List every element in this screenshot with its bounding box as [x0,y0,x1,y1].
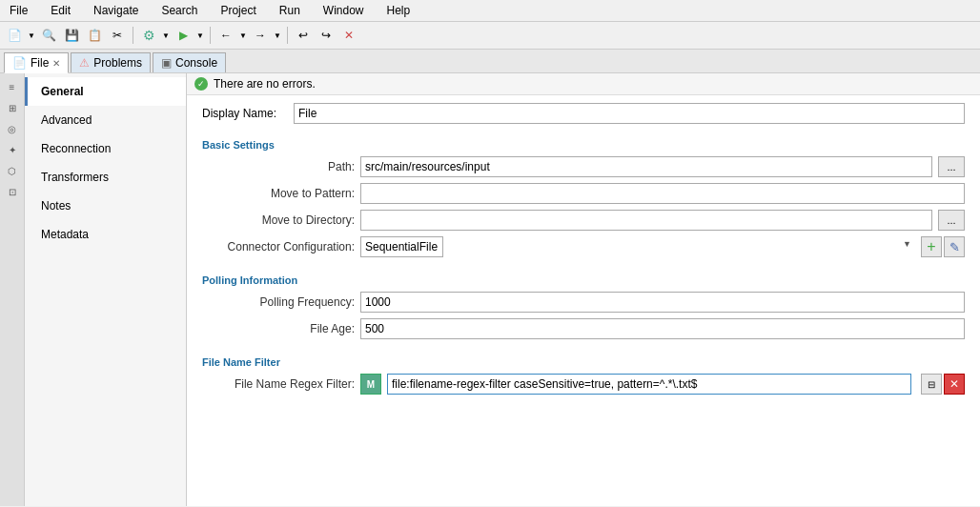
back-dropdown[interactable]: ▼ [238,25,248,46]
sidebar: General Advanced Reconnection Transforme… [25,73,187,506]
tab-problems-label: Problems [93,56,142,70]
main-content: ≡ ⊞ ◎ ✦ ⬡ ⊡ General Advanced Reconnectio… [0,73,980,506]
forward-dropdown[interactable]: ▼ [273,25,282,46]
sidebar-item-metadata[interactable]: Metadata [25,220,186,249]
icon-bar-btn-4[interactable]: ✦ [3,140,22,159]
connector-buttons: + ✎ [921,236,965,257]
path-input[interactable] [360,156,932,177]
tab-bar: 📄 File ✕ ⚠ Problems ▣ Console [0,50,980,73]
move-to-directory-input[interactable] [360,210,932,231]
tab-console[interactable]: ▣ Console [153,52,226,72]
content-area: ✓ There are no errors. Display Name: Bas… [187,73,980,506]
file-name-filter-title: File Name Filter [202,356,965,368]
redo-button[interactable]: ↪ [316,25,337,46]
polling-frequency-label: Polling Frequency: [202,295,355,309]
problems-icon: ⚠ [79,56,90,70]
filter-input-wrapper [387,374,911,395]
menu-file[interactable]: File [4,2,33,19]
toolbar-sep-1 [133,27,133,44]
icon-bar-btn-1[interactable]: ≡ [3,77,22,96]
icon-bar-btn-6[interactable]: ⊡ [3,182,22,201]
toolbar-sep-2 [210,27,211,44]
connector-config-label: Connector Configuration: [202,240,355,254]
file-name-regex-input[interactable] [387,374,911,395]
basic-settings-section: Basic Settings Path: ... Move to Pattern… [187,132,980,267]
icon-bar-btn-5[interactable]: ⬡ [3,161,22,180]
icon-bar-btn-3[interactable]: ◎ [3,119,22,138]
file-age-input[interactable] [360,318,965,339]
sidebar-item-advanced[interactable]: Advanced [25,106,186,134]
stop-button[interactable]: ✕ [338,25,359,46]
filter-delete-button[interactable]: ✕ [944,374,965,395]
menu-bar: File Edit Navigate Search Project Run Wi… [0,0,980,22]
polling-frequency-input[interactable] [360,292,965,313]
sidebar-item-transformers[interactable]: Transformers [25,163,186,192]
connector-select-wrapper: SequentialFile [360,236,915,257]
menu-project[interactable]: Project [214,2,261,19]
connector-config-select[interactable]: SequentialFile [360,236,443,257]
cut-button[interactable]: ✂ [107,25,128,46]
run-build-dropdown[interactable]: ▼ [161,25,171,46]
run-dropdown[interactable]: ▼ [195,25,205,46]
status-bar: ✓ There are no errors. [187,73,980,95]
menu-run[interactable]: Run [274,2,306,19]
menu-help[interactable]: Help [381,2,417,19]
basic-settings-title: Basic Settings [202,139,965,151]
file-age-label: File Age: [202,322,355,335]
forward-button[interactable]: → [250,25,271,46]
display-name-row: Display Name: [187,95,980,132]
icon-bar: ≡ ⊞ ◎ ✦ ⬡ ⊡ [0,73,25,506]
back-button[interactable]: ← [215,25,236,46]
undo-button[interactable]: ↩ [293,25,314,46]
move-to-pattern-row: Move to Pattern: [202,183,965,204]
move-to-pattern-input[interactable] [360,183,965,204]
toolbar: 📄 ▼ 🔍 💾 📋 ✂ ⚙ ▼ ▶ ▼ ← ▼ → ▼ ↩ ↪ ✕ [0,22,980,50]
polling-section: Polling Information Polling Frequency: F… [187,267,980,349]
menu-search[interactable]: Search [155,2,203,19]
file-name-regex-row: File Name Regex Filter: M ⊟ ✕ [202,374,965,395]
display-name-input[interactable] [294,103,965,124]
sidebar-item-general[interactable]: General [25,77,186,106]
sidebar-item-reconnection[interactable]: Reconnection [25,134,186,163]
move-to-pattern-label: Move to Pattern: [202,187,355,200]
path-row: Path: ... [202,156,965,177]
menu-edit[interactable]: Edit [45,2,76,19]
save-button[interactable]: 📋 [84,25,105,46]
file-age-row: File Age: [202,318,965,339]
run-button[interactable]: ▶ [173,25,194,46]
tab-file-label: File [31,56,49,70]
path-label: Path: [202,160,355,173]
menu-navigate[interactable]: Navigate [88,2,144,19]
toolbar-sep-3 [287,27,288,44]
status-ok-icon: ✓ [194,77,208,91]
status-message: There are no errors. [214,77,316,91]
search-button[interactable]: 🔍 [38,25,59,46]
edit-connector-button[interactable]: ✎ [944,236,965,257]
run-build-button[interactable]: ⚙ [138,25,159,46]
path-browse-button[interactable]: ... [938,156,965,177]
tab-file-close[interactable]: ✕ [52,58,60,69]
new-dropdown[interactable]: ▼ [27,25,36,46]
sidebar-item-notes[interactable]: Notes [25,192,186,220]
move-to-directory-row: Move to Directory: ... [202,210,965,231]
save-all-button[interactable]: 💾 [61,25,82,46]
menu-window[interactable]: Window [317,2,370,19]
file-name-regex-label: File Name Regex Filter: [202,377,355,391]
filter-icon-button[interactable]: M [360,374,381,395]
file-icon: 📄 [12,56,27,70]
polling-title: Polling Information [202,274,965,286]
tab-problems[interactable]: ⚠ Problems [71,52,151,72]
polling-frequency-row: Polling Frequency: [202,292,965,313]
filter-action-buttons: ⊟ ✕ [921,374,965,395]
display-name-label: Display Name: [202,107,288,120]
console-icon: ▣ [161,56,172,70]
tab-file[interactable]: 📄 File ✕ [4,52,69,73]
icon-bar-btn-2[interactable]: ⊞ [3,98,22,117]
new-button[interactable]: 📄 [4,25,25,46]
tab-console-label: Console [175,56,217,70]
file-name-filter-section: File Name Filter File Name Regex Filter:… [187,349,980,404]
add-connector-button[interactable]: + [921,236,942,257]
filter-minimize-button[interactable]: ⊟ [921,374,942,395]
move-to-directory-browse-button[interactable]: ... [938,210,965,231]
connector-config-row: Connector Configuration: SequentialFile … [202,236,965,257]
